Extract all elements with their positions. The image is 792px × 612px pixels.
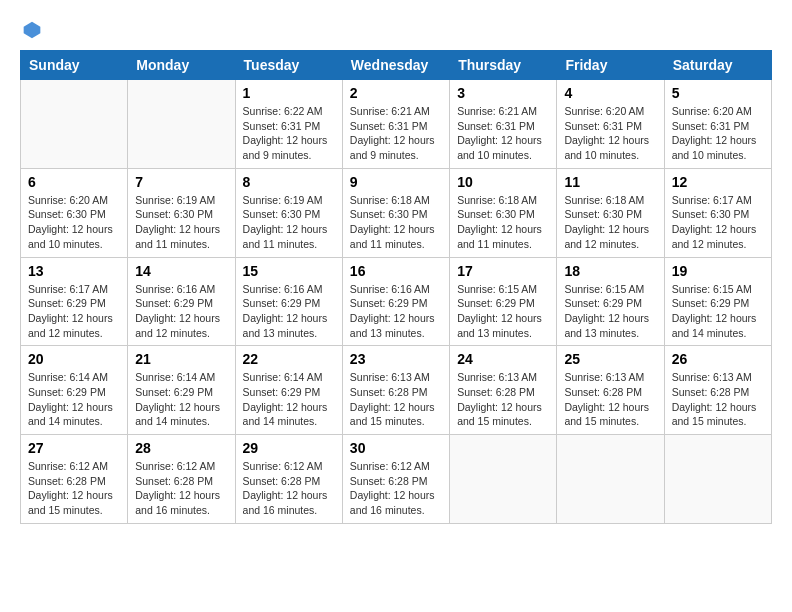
day-number: 22 [243,351,335,367]
calendar-cell: 7Sunrise: 6:19 AM Sunset: 6:30 PM Daylig… [128,168,235,257]
day-info: Sunrise: 6:12 AM Sunset: 6:28 PM Dayligh… [28,459,120,518]
day-number: 26 [672,351,764,367]
calendar-cell: 30Sunrise: 6:12 AM Sunset: 6:28 PM Dayli… [342,435,449,524]
day-number: 7 [135,174,227,190]
day-number: 1 [243,85,335,101]
calendar-header-row: SundayMondayTuesdayWednesdayThursdayFrid… [21,51,772,80]
day-info: Sunrise: 6:16 AM Sunset: 6:29 PM Dayligh… [350,282,442,341]
day-info: Sunrise: 6:13 AM Sunset: 6:28 PM Dayligh… [457,370,549,429]
day-number: 18 [564,263,656,279]
calendar-week-4: 20Sunrise: 6:14 AM Sunset: 6:29 PM Dayli… [21,346,772,435]
day-info: Sunrise: 6:13 AM Sunset: 6:28 PM Dayligh… [672,370,764,429]
calendar-cell [128,80,235,169]
day-info: Sunrise: 6:17 AM Sunset: 6:29 PM Dayligh… [28,282,120,341]
day-info: Sunrise: 6:19 AM Sunset: 6:30 PM Dayligh… [135,193,227,252]
day-number: 14 [135,263,227,279]
day-info: Sunrise: 6:12 AM Sunset: 6:28 PM Dayligh… [350,459,442,518]
day-number: 2 [350,85,442,101]
day-number: 25 [564,351,656,367]
calendar-cell: 26Sunrise: 6:13 AM Sunset: 6:28 PM Dayli… [664,346,771,435]
day-info: Sunrise: 6:13 AM Sunset: 6:28 PM Dayligh… [564,370,656,429]
calendar-cell: 24Sunrise: 6:13 AM Sunset: 6:28 PM Dayli… [450,346,557,435]
calendar-cell: 19Sunrise: 6:15 AM Sunset: 6:29 PM Dayli… [664,257,771,346]
day-number: 30 [350,440,442,456]
day-info: Sunrise: 6:12 AM Sunset: 6:28 PM Dayligh… [135,459,227,518]
day-number: 6 [28,174,120,190]
day-number: 10 [457,174,549,190]
header-sunday: Sunday [21,51,128,80]
day-number: 15 [243,263,335,279]
day-info: Sunrise: 6:15 AM Sunset: 6:29 PM Dayligh… [457,282,549,341]
calendar-cell: 3Sunrise: 6:21 AM Sunset: 6:31 PM Daylig… [450,80,557,169]
day-number: 8 [243,174,335,190]
calendar-cell: 17Sunrise: 6:15 AM Sunset: 6:29 PM Dayli… [450,257,557,346]
day-info: Sunrise: 6:13 AM Sunset: 6:28 PM Dayligh… [350,370,442,429]
day-info: Sunrise: 6:19 AM Sunset: 6:30 PM Dayligh… [243,193,335,252]
calendar-table: SundayMondayTuesdayWednesdayThursdayFrid… [20,50,772,524]
calendar-cell [450,435,557,524]
day-number: 29 [243,440,335,456]
header-tuesday: Tuesday [235,51,342,80]
day-info: Sunrise: 6:14 AM Sunset: 6:29 PM Dayligh… [243,370,335,429]
calendar-cell: 23Sunrise: 6:13 AM Sunset: 6:28 PM Dayli… [342,346,449,435]
day-info: Sunrise: 6:14 AM Sunset: 6:29 PM Dayligh… [135,370,227,429]
calendar-cell: 5Sunrise: 6:20 AM Sunset: 6:31 PM Daylig… [664,80,771,169]
day-info: Sunrise: 6:22 AM Sunset: 6:31 PM Dayligh… [243,104,335,163]
calendar-week-5: 27Sunrise: 6:12 AM Sunset: 6:28 PM Dayli… [21,435,772,524]
day-info: Sunrise: 6:20 AM Sunset: 6:31 PM Dayligh… [564,104,656,163]
day-info: Sunrise: 6:21 AM Sunset: 6:31 PM Dayligh… [457,104,549,163]
calendar-cell [557,435,664,524]
day-info: Sunrise: 6:20 AM Sunset: 6:30 PM Dayligh… [28,193,120,252]
calendar-cell: 18Sunrise: 6:15 AM Sunset: 6:29 PM Dayli… [557,257,664,346]
day-info: Sunrise: 6:20 AM Sunset: 6:31 PM Dayligh… [672,104,764,163]
calendar-cell: 15Sunrise: 6:16 AM Sunset: 6:29 PM Dayli… [235,257,342,346]
calendar-cell: 2Sunrise: 6:21 AM Sunset: 6:31 PM Daylig… [342,80,449,169]
day-info: Sunrise: 6:15 AM Sunset: 6:29 PM Dayligh… [672,282,764,341]
calendar-cell: 20Sunrise: 6:14 AM Sunset: 6:29 PM Dayli… [21,346,128,435]
day-number: 27 [28,440,120,456]
day-info: Sunrise: 6:21 AM Sunset: 6:31 PM Dayligh… [350,104,442,163]
day-number: 5 [672,85,764,101]
day-number: 11 [564,174,656,190]
logo-icon [22,20,42,40]
calendar-cell: 11Sunrise: 6:18 AM Sunset: 6:30 PM Dayli… [557,168,664,257]
day-info: Sunrise: 6:18 AM Sunset: 6:30 PM Dayligh… [350,193,442,252]
calendar-cell: 16Sunrise: 6:16 AM Sunset: 6:29 PM Dayli… [342,257,449,346]
calendar-cell: 22Sunrise: 6:14 AM Sunset: 6:29 PM Dayli… [235,346,342,435]
header-monday: Monday [128,51,235,80]
day-number: 17 [457,263,549,279]
day-info: Sunrise: 6:16 AM Sunset: 6:29 PM Dayligh… [135,282,227,341]
calendar-cell: 1Sunrise: 6:22 AM Sunset: 6:31 PM Daylig… [235,80,342,169]
calendar-cell: 12Sunrise: 6:17 AM Sunset: 6:30 PM Dayli… [664,168,771,257]
calendar-cell: 27Sunrise: 6:12 AM Sunset: 6:28 PM Dayli… [21,435,128,524]
day-number: 4 [564,85,656,101]
day-number: 19 [672,263,764,279]
calendar-cell: 6Sunrise: 6:20 AM Sunset: 6:30 PM Daylig… [21,168,128,257]
header-wednesday: Wednesday [342,51,449,80]
calendar-cell: 10Sunrise: 6:18 AM Sunset: 6:30 PM Dayli… [450,168,557,257]
day-number: 23 [350,351,442,367]
calendar-cell: 14Sunrise: 6:16 AM Sunset: 6:29 PM Dayli… [128,257,235,346]
header-friday: Friday [557,51,664,80]
calendar-cell: 13Sunrise: 6:17 AM Sunset: 6:29 PM Dayli… [21,257,128,346]
day-number: 16 [350,263,442,279]
logo [20,20,42,40]
day-number: 28 [135,440,227,456]
calendar-cell [21,80,128,169]
day-number: 3 [457,85,549,101]
day-number: 24 [457,351,549,367]
header-saturday: Saturday [664,51,771,80]
calendar-cell: 25Sunrise: 6:13 AM Sunset: 6:28 PM Dayli… [557,346,664,435]
day-number: 20 [28,351,120,367]
calendar-cell: 8Sunrise: 6:19 AM Sunset: 6:30 PM Daylig… [235,168,342,257]
day-info: Sunrise: 6:17 AM Sunset: 6:30 PM Dayligh… [672,193,764,252]
calendar-cell: 9Sunrise: 6:18 AM Sunset: 6:30 PM Daylig… [342,168,449,257]
day-number: 21 [135,351,227,367]
header-thursday: Thursday [450,51,557,80]
day-number: 13 [28,263,120,279]
day-info: Sunrise: 6:16 AM Sunset: 6:29 PM Dayligh… [243,282,335,341]
day-info: Sunrise: 6:14 AM Sunset: 6:29 PM Dayligh… [28,370,120,429]
calendar-cell [664,435,771,524]
page-header [20,20,772,40]
day-number: 9 [350,174,442,190]
